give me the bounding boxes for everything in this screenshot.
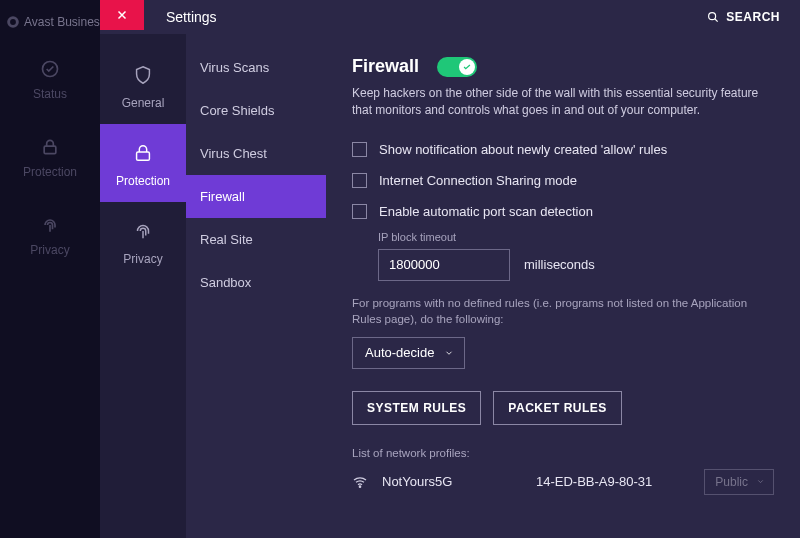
check-port-scan[interactable]: Enable automatic port scan detection: [352, 196, 774, 227]
check-label: Show notification about newly created 'a…: [379, 142, 667, 157]
check-ics-mode[interactable]: Internet Connection Sharing mode: [352, 165, 774, 196]
svg-point-4: [709, 13, 716, 20]
profiles-list-label: List of network profiles:: [352, 447, 774, 459]
subnav-virus-chest[interactable]: Virus Chest: [186, 132, 326, 175]
content-area: Firewall Keep hackers on the other side …: [326, 34, 800, 538]
subnav-core-shields[interactable]: Core Shields: [186, 89, 326, 132]
search-label: SEARCH: [726, 10, 780, 24]
brand: Avast Busines: [0, 5, 100, 39]
gnav-privacy-label: Privacy: [30, 243, 69, 257]
profile-mode-select[interactable]: Public: [704, 469, 774, 495]
settings-panel: Settings SEARCH General Protection Priva…: [100, 0, 800, 538]
subnav-label: Real Site: [200, 232, 253, 247]
chevron-down-icon: [756, 477, 765, 486]
close-button[interactable]: [100, 0, 144, 30]
check-allow-rules-notify[interactable]: Show notification about newly created 'a…: [352, 134, 774, 165]
network-profile-row: NotYours5G 14-ED-BB-A9-80-31 Public: [352, 469, 774, 495]
undefined-rules-text: For programs with no defined rules (i.e.…: [352, 295, 774, 327]
subnav-column: Virus Scans Core Shields Virus Chest Fir…: [186, 34, 326, 538]
subnav-label: Firewall: [200, 189, 245, 204]
subnav-virus-scans[interactable]: Virus Scans: [186, 46, 326, 89]
cat-general[interactable]: General: [100, 46, 186, 124]
ip-block-unit: milliseconds: [524, 257, 595, 272]
svg-point-1: [10, 19, 16, 25]
button-label: SYSTEM RULES: [367, 401, 466, 415]
heading-row: Firewall: [352, 56, 774, 77]
topbar: Settings SEARCH: [100, 0, 800, 34]
svg-rect-5: [137, 152, 150, 160]
cat-privacy[interactable]: Privacy: [100, 202, 186, 280]
check-icon: [462, 62, 472, 72]
ip-block-label: IP block timeout: [378, 231, 774, 243]
cat-protection-label: Protection: [116, 174, 170, 188]
gnav-privacy[interactable]: Privacy: [0, 195, 100, 273]
section-heading: Firewall: [352, 56, 419, 77]
ip-block-row: milliseconds: [378, 249, 774, 281]
check-label: Internet Connection Sharing mode: [379, 173, 577, 188]
fingerprint-icon: [132, 220, 154, 242]
lock-icon: [40, 137, 60, 157]
wifi-icon: [352, 474, 368, 490]
chevron-down-icon: [444, 348, 454, 358]
checkbox[interactable]: [352, 142, 367, 157]
fingerprint-icon: [40, 215, 60, 235]
subnav-sandbox[interactable]: Sandbox: [186, 261, 326, 304]
settings-body: General Protection Privacy Virus Scans C…: [100, 34, 800, 538]
cat-general-label: General: [122, 96, 165, 110]
section-description: Keep hackers on the other side of the wa…: [352, 85, 774, 120]
global-nav: Avast Busines Status Protection Privacy: [0, 0, 100, 538]
lock-icon: [132, 142, 154, 164]
brand-text: Avast Busines: [24, 15, 100, 29]
system-rules-button[interactable]: SYSTEM RULES: [352, 391, 481, 425]
gnav-protection[interactable]: Protection: [0, 117, 100, 195]
status-circle-icon: [40, 59, 60, 79]
rules-button-row: SYSTEM RULES PACKET RULES: [352, 391, 774, 425]
close-icon: [115, 8, 129, 22]
select-value: Auto-decide: [365, 345, 434, 360]
profile-mode-value: Public: [715, 475, 748, 489]
search-button[interactable]: SEARCH: [706, 10, 800, 24]
subnav-real-site[interactable]: Real Site: [186, 218, 326, 261]
firewall-toggle[interactable]: [437, 57, 477, 77]
undefined-rules-select[interactable]: Auto-decide: [352, 337, 465, 369]
svg-rect-3: [44, 146, 56, 154]
subnav-label: Sandbox: [200, 275, 251, 290]
gnav-status-label: Status: [33, 87, 67, 101]
profile-mac: 14-ED-BB-A9-80-31: [536, 474, 690, 489]
svg-point-6: [359, 486, 360, 487]
button-label: PACKET RULES: [508, 401, 606, 415]
ip-block-input[interactable]: [378, 249, 510, 281]
gnav-status[interactable]: Status: [0, 39, 100, 117]
subnav-label: Virus Scans: [200, 60, 269, 75]
subnav-label: Virus Chest: [200, 146, 267, 161]
category-column: General Protection Privacy: [100, 34, 186, 538]
brand-logo-icon: [6, 15, 20, 29]
gnav-protection-label: Protection: [23, 165, 77, 179]
cat-protection[interactable]: Protection: [100, 124, 186, 202]
profile-name: NotYours5G: [382, 474, 522, 489]
subnav-firewall[interactable]: Firewall: [186, 175, 326, 218]
check-label: Enable automatic port scan detection: [379, 204, 593, 219]
subnav-label: Core Shields: [200, 103, 274, 118]
checkbox[interactable]: [352, 173, 367, 188]
shield-icon: [132, 64, 154, 86]
cat-privacy-label: Privacy: [123, 252, 162, 266]
toggle-knob: [459, 59, 475, 75]
checkbox[interactable]: [352, 204, 367, 219]
packet-rules-button[interactable]: PACKET RULES: [493, 391, 621, 425]
search-icon: [706, 10, 720, 24]
page-title: Settings: [166, 9, 706, 25]
